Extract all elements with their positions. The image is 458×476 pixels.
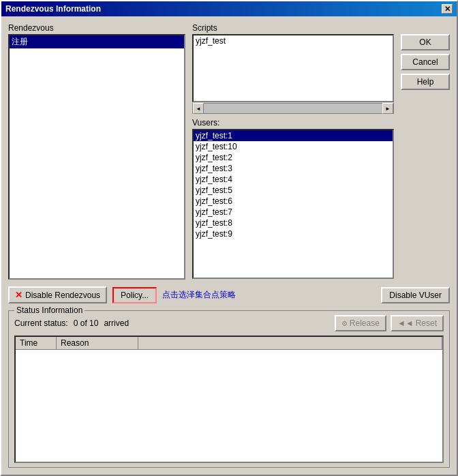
rewind-icon: ◄◄ — [397, 318, 414, 328]
action-bar: ✕ Disable Rendezvous Policy... 点击选泽集合点策略… — [8, 284, 450, 306]
close-button[interactable]: ✕ — [442, 4, 453, 14]
col-reason-header: Reason — [57, 337, 138, 349]
reset-button[interactable]: ◄◄ Reset — [391, 315, 444, 331]
script-item[interactable]: yjzf_test — [194, 35, 393, 46]
scroll-left-arrow[interactable]: ◄ — [193, 103, 204, 114]
vusers-label: Vusers: — [192, 118, 394, 128]
scroll-right-arrow[interactable]: ► — [382, 103, 393, 114]
scripts-scrollbar[interactable]: ◄ ► — [192, 103, 394, 114]
rendezvous-panel: Rendezvous 注册 — [8, 23, 185, 280]
cancel-button[interactable]: Cancel — [401, 54, 450, 70]
top-section: Rendezvous 注册 Scripts yjzf_test ◄ — [8, 23, 450, 280]
disable-vuser-button[interactable]: Disable VUser — [381, 287, 450, 303]
scripts-label: Scripts — [192, 23, 394, 33]
vusers-section: Vusers: yjzf_test:1 yjzf_test:10 yjzf_te… — [192, 118, 394, 279]
right-buttons: OK Cancel Help — [401, 23, 450, 280]
main-window: Rendezvous Information ✕ Rendezvous 注册 S… — [0, 0, 458, 476]
rendezvous-listbox[interactable]: 注册 — [8, 34, 185, 280]
list-item[interactable]: yjzf_test:9 — [194, 228, 393, 239]
table-header: Time Reason — [16, 337, 442, 350]
middle-panel: Scripts yjzf_test ◄ ► Vusers: yjzf_ — [192, 23, 394, 280]
arrived-label: arrived — [104, 318, 129, 328]
gear-icon: ⚙ — [341, 320, 348, 327]
current-status-value: 0 of 10 — [74, 318, 99, 328]
list-item[interactable]: yjzf_test:8 — [194, 218, 393, 228]
scripts-listbox[interactable]: yjzf_test — [192, 34, 394, 102]
current-status-label: Current status: — [14, 318, 68, 328]
reset-label: Reset — [416, 318, 437, 328]
list-item[interactable]: yjzf_test:6 — [194, 196, 393, 207]
col-extra-header — [138, 337, 442, 349]
release-reset-group: ⚙ Release ◄◄ Reset — [335, 315, 444, 331]
time-reason-table: Time Reason — [14, 336, 444, 463]
disable-rendezvous-button[interactable]: ✕ Disable Rendezvous — [8, 286, 107, 303]
list-item[interactable]: yjzf_test:10 — [194, 141, 393, 152]
status-group-label: Status Information — [14, 306, 85, 315]
table-body — [16, 350, 442, 391]
col-time-header: Time — [16, 337, 57, 349]
list-item[interactable]: yjzf_test:5 — [194, 185, 393, 196]
scripts-section: Scripts yjzf_test ◄ ► — [192, 23, 394, 114]
vusers-listbox[interactable]: yjzf_test:1 yjzf_test:10 yjzf_test:2 yjz… — [192, 129, 394, 279]
policy-hint: 点击选泽集合点策略 — [162, 289, 236, 301]
scroll-track — [204, 104, 382, 113]
list-item[interactable]: yjzf_test:2 — [194, 152, 393, 163]
release-label: Release — [350, 318, 380, 328]
release-button[interactable]: ⚙ Release — [335, 315, 386, 331]
disable-rendezvous-label: Disable Rendezvous — [25, 291, 100, 300]
list-item[interactable]: yjzf_test:4 — [194, 174, 393, 185]
list-item[interactable]: yjzf_test:1 — [194, 130, 393, 141]
rendezvous-label: Rendezvous — [8, 23, 185, 33]
list-item[interactable]: yjzf_test:7 — [194, 207, 393, 218]
x-icon: ✕ — [15, 290, 22, 300]
list-item[interactable]: 注册 — [10, 35, 184, 48]
list-item[interactable]: yjzf_test:3 — [194, 163, 393, 174]
status-group: Status Information Current status: 0 of … — [8, 310, 450, 468]
status-row: Current status: 0 of 10 arrived ⚙ Releas… — [14, 315, 444, 331]
title-bar: Rendezvous Information ✕ — [1, 1, 457, 16]
ok-button[interactable]: OK — [401, 34, 450, 50]
policy-button[interactable]: Policy... — [112, 287, 157, 303]
window-title: Rendezvous Information — [5, 4, 101, 14]
help-button[interactable]: Help — [401, 74, 450, 90]
window-body: Rendezvous 注册 Scripts yjzf_test ◄ — [1, 16, 457, 475]
